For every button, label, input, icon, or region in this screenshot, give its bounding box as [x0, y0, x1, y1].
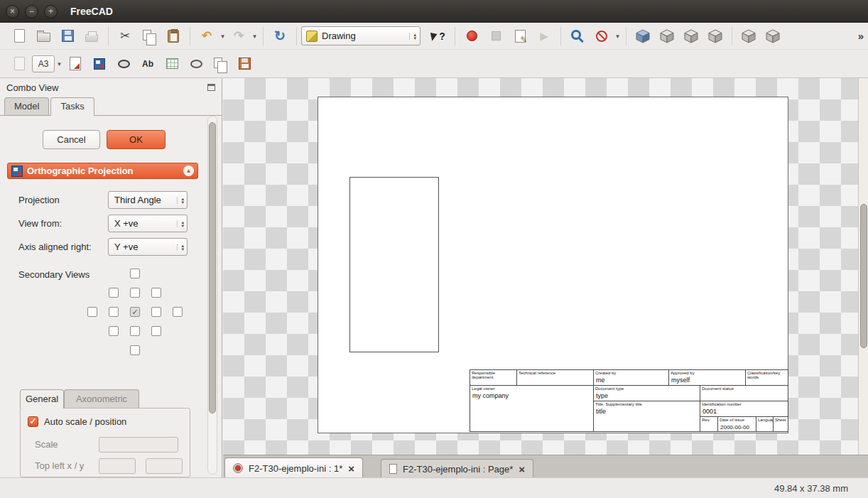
titleblock-created-by: Created by me — [594, 370, 669, 386]
toolbar-overflow-chevron[interactable]: » — [858, 30, 864, 42]
ok-button[interactable]: OK — [107, 130, 166, 149]
macro-record-button[interactable] — [460, 26, 484, 47]
save-document-button[interactable] — [55, 26, 80, 47]
tab-axonometric[interactable]: Axonometric — [64, 389, 139, 408]
secondary-view-checkbox[interactable] — [151, 288, 161, 298]
spreadsheet-view-button[interactable] — [160, 53, 184, 75]
tab-general[interactable]: General — [20, 389, 64, 408]
titleblock-approved-by: Approved by myself — [669, 370, 746, 386]
view-rear-button[interactable] — [737, 26, 761, 47]
close-tab-icon[interactable]: × — [519, 463, 525, 475]
clip-icon — [118, 60, 130, 68]
redo-icon: ↷ — [234, 28, 244, 43]
cursor-dimensions: 49.84 x 37.38 mm — [774, 483, 848, 494]
workbench-selector[interactable]: Drawing ▴▾ — [301, 26, 421, 45]
clip-group-button[interactable] — [112, 53, 136, 75]
secondary-view-checkbox[interactable] — [109, 288, 119, 298]
secondary-view-checkbox[interactable] — [130, 326, 140, 336]
secondary-view-checkbox[interactable] — [130, 345, 140, 355]
secondary-view-checkbox[interactable] — [151, 307, 161, 317]
projection-select[interactable]: Third Angle ▴▾ — [108, 191, 188, 209]
view-axonometric-button[interactable] — [631, 26, 655, 47]
draw-style-dropdown-arrow[interactable]: ▾ — [614, 33, 622, 40]
canvas-vertical-scrollbar[interactable] — [858, 78, 868, 455]
top-left-label: Top left x / y — [35, 460, 84, 471]
standard-toolbar: ✂ ↶ ▾ ↷ ▾ ↻ Drawing ▴▾ ? ✎ ▶ ▾ — [0, 23, 868, 50]
insert-view-button[interactable] — [63, 53, 87, 75]
magnifier-icon — [571, 30, 581, 40]
panel-scrollbar[interactable] — [207, 116, 217, 475]
maximize-window-button[interactable]: + — [44, 5, 58, 18]
redo-dropdown-arrow[interactable]: ▾ — [251, 33, 259, 40]
auto-scale-label: Auto scale / position — [44, 416, 126, 427]
minimize-window-button[interactable]: − — [25, 5, 38, 18]
secondary-view-checkbox[interactable] — [173, 307, 183, 317]
main-body: Combo View Model Tasks Cancel OK Orthogr… — [0, 78, 868, 477]
freecad-doc-icon — [233, 463, 243, 473]
ortho-views-button[interactable] — [87, 53, 112, 75]
view-bottom-button[interactable] — [761, 26, 785, 47]
macro-edit-button[interactable]: ✎ — [508, 26, 532, 47]
secondary-view-checkbox[interactable] — [109, 326, 119, 336]
macro-play-button: ▶ — [532, 26, 556, 47]
print-icon — [85, 34, 98, 42]
collapse-icon[interactable]: ▴ — [183, 166, 194, 176]
whats-this-button[interactable]: ? — [426, 26, 450, 47]
cut-button[interactable]: ✂ — [113, 26, 137, 47]
secondary-view-checkbox[interactable] — [130, 269, 140, 278]
symbol-button[interactable] — [208, 53, 232, 75]
secondary-view-checkbox[interactable] — [87, 307, 97, 317]
projection-view-rect[interactable] — [349, 177, 439, 352]
combo-view-title: Combo View — [6, 82, 58, 93]
zoom-selection-button[interactable] — [565, 26, 590, 47]
view-from-select[interactable]: X +ve ▴▾ — [108, 215, 188, 232]
toolbar-separator — [190, 27, 190, 45]
annotation-button[interactable]: Ab — [136, 53, 160, 75]
page-format-dropdown-arrow[interactable]: ▾ — [55, 60, 63, 67]
document-tab-page[interactable]: F2-T30-ejemplo-ini : Page* × — [381, 459, 533, 478]
canvas-scrollbar-thumb[interactable] — [860, 204, 867, 348]
close-tab-icon[interactable]: × — [348, 462, 354, 475]
draw-style-button[interactable] — [590, 26, 614, 47]
close-window-button[interactable]: × — [6, 5, 19, 18]
combo-view-tabs: Model Tasks — [0, 97, 222, 116]
draft-view-button[interactable] — [184, 53, 208, 75]
tab-model[interactable]: Model — [4, 97, 49, 115]
task-panel: Cancel OK Orthographic Projection ▴ Proj… — [0, 116, 207, 477]
projection-spinner: ▴▾ — [177, 197, 184, 204]
export-page-button[interactable] — [232, 53, 256, 75]
copy-button[interactable] — [137, 26, 161, 47]
secondary-view-checkbox[interactable] — [109, 307, 119, 317]
drawing-viewport[interactable]: Responsible department Technical referen… — [223, 78, 868, 455]
tab-tasks[interactable]: Tasks — [50, 97, 94, 116]
refresh-button[interactable]: ↻ — [268, 26, 292, 47]
toolbar-separator — [626, 27, 626, 45]
workbench-selected-label: Drawing — [322, 31, 356, 41]
auto-scale-checkbox[interactable]: ✓ — [28, 416, 38, 427]
titleblock-title: Title, Supplementary title title — [594, 401, 700, 431]
titleblock-sheet: Sheet — [774, 417, 788, 431]
view-top-button[interactable] — [679, 26, 703, 47]
cancel-button[interactable]: Cancel — [43, 130, 100, 149]
new-document-button[interactable] — [7, 26, 31, 47]
general-group-box: ✓ Auto scale / position Scale Top left x… — [20, 408, 190, 477]
top-left-x-input — [99, 458, 136, 474]
detach-panel-icon[interactable] — [207, 84, 215, 91]
page-doc-icon — [389, 464, 397, 474]
panel-scrollbar-thumb[interactable] — [209, 122, 216, 413]
open-document-button[interactable] — [31, 26, 55, 47]
secondary-view-checkbox[interactable] — [130, 288, 140, 298]
titleblock-responsible-department: Responsible department — [470, 370, 517, 386]
undo-dropdown-arrow[interactable]: ▾ — [219, 33, 227, 40]
view-front-button[interactable] — [655, 26, 679, 47]
secondary-view-checkbox[interactable] — [151, 326, 161, 336]
page-format-button[interactable]: A3 — [31, 53, 55, 75]
axis-aligned-label: Axis aligned right: — [18, 242, 92, 252]
ortho-views-icon — [94, 58, 105, 70]
paste-button[interactable] — [161, 26, 185, 47]
document-tab-3d[interactable]: F2-T30-ejemplo-ini : 1* × — [224, 458, 363, 478]
undo-button[interactable]: ↶ — [195, 26, 219, 47]
axis-aligned-select[interactable]: Y +ve ▴▾ — [108, 238, 188, 256]
drawing-toolbar: A3 ▾ Ab — [0, 50, 868, 78]
view-right-button[interactable] — [703, 26, 727, 47]
